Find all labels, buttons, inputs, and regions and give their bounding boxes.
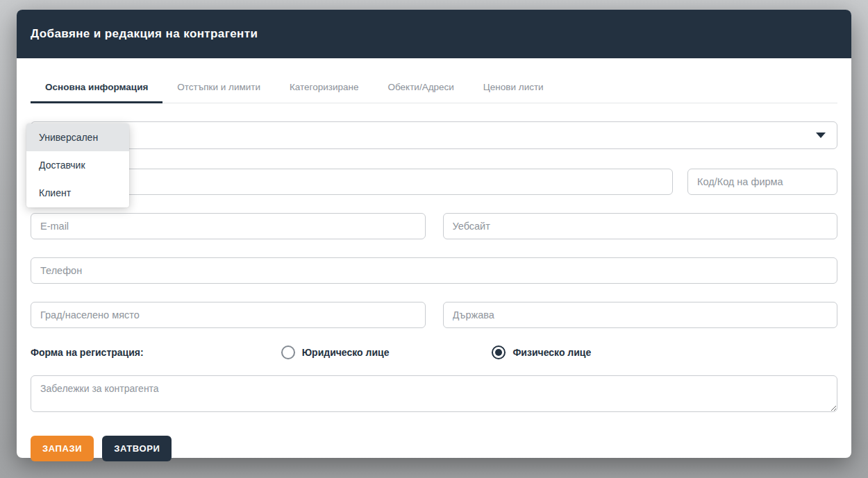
radio-checked-icon[interactable] [492,345,506,359]
city-country-row [31,302,837,328]
chevron-down-icon [816,133,826,138]
dropdown-item-client[interactable]: Клиент [26,179,129,207]
radio-legal-entity-label: Юридическо лице [302,347,390,358]
counterparty-type-dropdown: Универсален Доставчик Клиент [26,123,129,207]
counterparty-type-select[interactable] [31,121,837,149]
registration-form-row: Форма на регистрация: Юридическо лице Фи… [31,345,837,360]
dropdown-item-universal[interactable]: Универсален [26,123,129,151]
tab-objects-addresses[interactable]: Обекти/Адреси [374,72,469,103]
close-button[interactable]: ЗАТВОРИ [102,436,172,461]
radio-individual[interactable]: Физическо лице [492,345,591,359]
email-website-row [31,213,837,239]
city-input[interactable] [31,302,426,328]
website-input[interactable] [443,213,838,239]
country-input[interactable] [443,302,838,328]
save-button[interactable]: ЗАПАЗИ [31,436,94,461]
company-code-input[interactable] [687,169,837,195]
modal-body: Основна информация Отстъпки и лимити Кат… [17,72,851,461]
dropdown-item-supplier[interactable]: Доставчик [26,151,129,179]
registration-form-label: Форма на регистрация: [31,347,144,358]
phone-row [31,257,837,284]
phone-input[interactable] [31,257,837,284]
tab-bar: Основна информация Отстъпки и лимити Кат… [31,72,837,103]
tab-discounts-limits[interactable]: Отстъпки и лимити [162,72,275,103]
modal-header: Добавяне и редакция на контрагенти [17,10,851,58]
tab-main-info[interactable]: Основна информация [31,72,162,103]
modal-title: Добавяне и редакция на контрагенти [31,27,258,41]
counterparty-modal: Добавяне и редакция на контрагенти Основ… [17,10,851,458]
action-buttons-row: ЗАПАЗИ ЗАТВОРИ [31,436,837,461]
radio-unchecked-icon[interactable] [281,345,295,359]
radio-legal-entity[interactable]: Юридическо лице [281,345,390,359]
counterparty-type-row [31,121,837,149]
email-input[interactable] [31,213,426,239]
tab-categorization[interactable]: Категоризиране [275,72,374,103]
notes-textarea[interactable] [31,375,837,412]
radio-individual-label: Физическо лице [512,347,591,358]
name-code-row [31,169,837,195]
tab-price-lists[interactable]: Ценови листи [469,72,558,103]
